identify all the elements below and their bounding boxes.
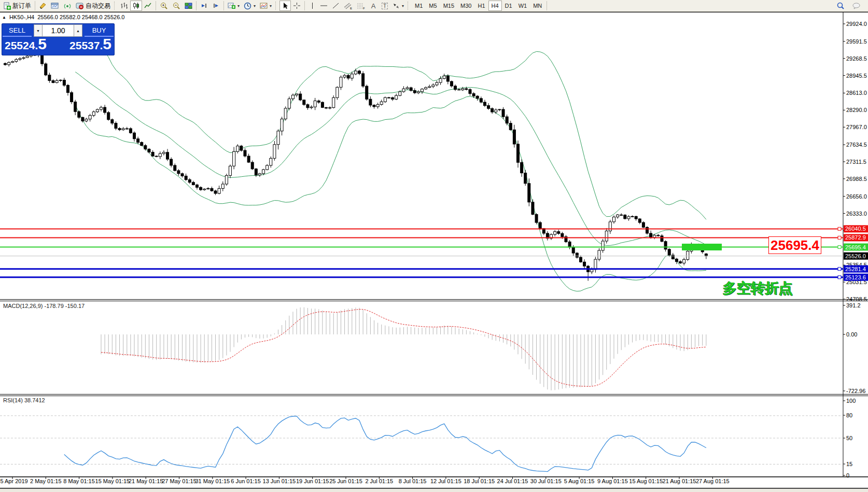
crosshair-button[interactable] [291, 1, 303, 11]
candle-body [539, 222, 541, 229]
fibonacci-button[interactable]: F [355, 1, 368, 11]
candle-body [329, 108, 331, 108]
bollinger-lower-band [75, 96, 706, 291]
timeframe-button-M5[interactable]: M5 [426, 1, 440, 11]
text-label-button[interactable]: T [379, 1, 390, 11]
candle-body [495, 110, 497, 112]
candle-body [55, 80, 58, 82]
buy-price[interactable]: 25537 . 5 [69, 37, 111, 52]
candle-body [554, 232, 556, 235]
mt4-trading-app: { "toolbar": { "new_order_label": "新订单",… [0, 0, 868, 492]
candle-body [683, 259, 685, 263]
candle-body [650, 233, 652, 237]
auto-scroll-button[interactable] [198, 1, 210, 11]
text-annotation-button[interactable]: A [368, 1, 379, 11]
candle-body [52, 80, 54, 82]
candle-body [104, 107, 106, 113]
tile-windows-button[interactable] [183, 1, 194, 11]
trendline-icon [332, 2, 340, 9]
candle-body [340, 77, 342, 87]
timeframe-label: MN [532, 3, 543, 9]
candle-body [425, 88, 427, 89]
sell-price[interactable]: 25524 . 5 [5, 37, 47, 52]
bar-chart-button[interactable] [118, 1, 130, 11]
volume-increase-button[interactable]: ▲ [74, 24, 82, 37]
candle-body [594, 259, 597, 270]
candle-body [137, 139, 139, 143]
add-indicator-button[interactable]: ▾ [226, 1, 242, 11]
auto-trading-button[interactable]: 自动交易 [74, 1, 113, 11]
signal-icon [63, 2, 72, 10]
level-line-anchor [838, 236, 841, 239]
new-order-label: 新订单 [12, 2, 31, 10]
timeframe-button-MN[interactable]: MN [530, 1, 545, 11]
candlestick-chart-button[interactable] [130, 1, 142, 11]
timeframe-button-W1[interactable]: W1 [515, 1, 530, 11]
chart-canvas[interactable]: 29924.029591.529268.528945.528613.028290… [0, 0, 868, 492]
spin-down-icon: ▼ [36, 29, 40, 33]
candle-body [185, 176, 187, 179]
equidistant-channel-button[interactable]: E [342, 1, 355, 11]
new-order-button[interactable]: 新订单 [1, 1, 33, 11]
candlestick-icon [132, 2, 140, 9]
candle-body [192, 182, 194, 185]
volume-input[interactable]: 1.00 [43, 24, 74, 37]
cursor-button[interactable] [279, 1, 291, 11]
zoom-in-button[interactable] [158, 1, 170, 11]
candle-body [255, 169, 257, 175]
candle-body [22, 58, 25, 59]
periodicity-button[interactable]: ▾ [242, 1, 258, 11]
candle-body [125, 129, 128, 129]
timeframe-button-H4[interactable]: H4 [488, 1, 502, 11]
auto-trading-label: 自动交易 [86, 2, 110, 10]
date-axis-label: 31 May 01:15 [195, 478, 230, 484]
timeframe-button-M15[interactable]: M15 [440, 1, 457, 11]
price-callout-box[interactable]: 25695.4 [768, 236, 821, 254]
toolbar-right [834, 1, 867, 11]
macd-signal-line [101, 310, 706, 387]
toolbar-separator [156, 1, 156, 10]
text-a-icon: A [371, 3, 376, 9]
dropdown-caret: ▾ [254, 4, 256, 8]
timeframe-button-D1[interactable]: D1 [502, 1, 515, 11]
zoom-out-button[interactable] [170, 1, 183, 11]
chat-button[interactable] [850, 1, 863, 11]
timeframe-button-M1[interactable]: M1 [412, 1, 426, 11]
candle-body [221, 184, 224, 188]
profile-window-button[interactable] [49, 1, 61, 11]
candle-body [402, 89, 405, 92]
candle-body [391, 97, 394, 99]
candle-body [376, 105, 379, 107]
sell-button[interactable]: SELL [3, 24, 32, 37]
buy-price-main: 25537 [69, 39, 100, 52]
timeframe-label: M30 [459, 3, 472, 9]
line-chart-button[interactable] [142, 1, 154, 11]
candle-body [48, 75, 51, 81]
search-button[interactable] [834, 1, 847, 11]
candle-body [115, 123, 117, 129]
signals-button[interactable] [61, 1, 74, 11]
candle-body [148, 149, 150, 152]
chart-shift-button[interactable] [210, 1, 222, 11]
market-depth-button[interactable] [37, 1, 49, 11]
timeframe-label: M15 [442, 3, 455, 9]
candle-body [513, 130, 515, 144]
horizontal-line-button[interactable] [318, 1, 330, 11]
trendline-button[interactable] [330, 1, 342, 11]
templates-button[interactable]: ▾ [258, 1, 274, 11]
candle-body [203, 189, 206, 190]
timeframe-button-M30[interactable]: M30 [457, 1, 474, 11]
candle-body [332, 97, 335, 107]
candle-body [63, 80, 65, 85]
turning-point-annotation[interactable]: 多空转折点 [723, 279, 793, 298]
vertical-line-button[interactable] [306, 1, 318, 11]
shapes-button[interactable]: ▾ [390, 1, 406, 11]
candle-body [162, 152, 165, 153]
volume-value: 1.00 [51, 26, 65, 35]
timeframe-button-H1[interactable]: H1 [474, 1, 488, 11]
candle-body [653, 235, 656, 237]
zoom-in-icon [160, 2, 168, 10]
price-level-axis-text: 25695.4 [845, 244, 866, 250]
collapse-arrow-icon[interactable]: ▲ [2, 15, 6, 20]
candle-body [406, 88, 409, 89]
